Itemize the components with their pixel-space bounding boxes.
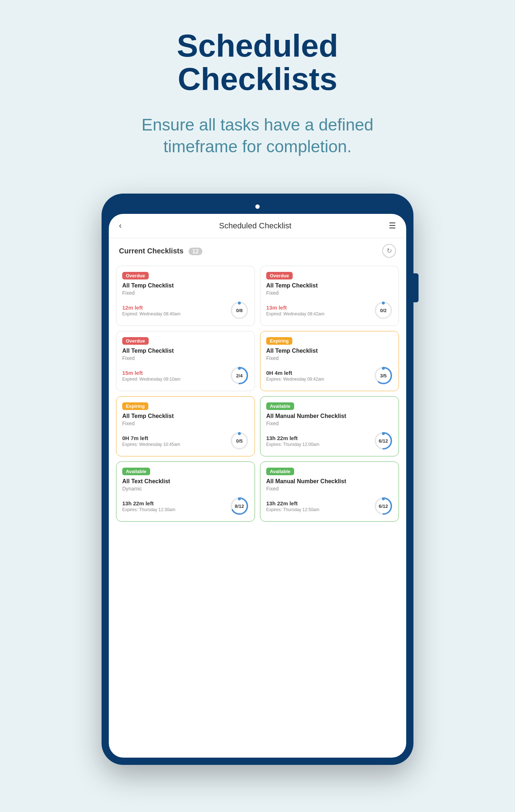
progress-circle: 0/5 <box>230 431 249 450</box>
status-badge: Expiring <box>266 337 292 345</box>
expires-text: Expires: Wednesday 09:42am <box>266 377 324 382</box>
card-title: All Temp Checklist <box>266 282 393 289</box>
progress-text: 0/2 <box>380 308 387 313</box>
card-footer: 0H 7m left Expires: Wednesday 10:45am 0/… <box>122 431 249 450</box>
checklist-card[interactable]: Expiring All Temp Checklist Fixed 0H 4m … <box>260 331 399 391</box>
screen-title: Scheduled Checklist <box>219 221 291 231</box>
expires-text: Expired: Wednesday 08:42am <box>266 311 325 316</box>
phone-mockup: ‹ Scheduled Checklist ☰ Current Checklis… <box>102 194 413 765</box>
card-footer: 13h 22m left Expires: Thursday 12:00am 6… <box>266 431 393 450</box>
back-icon[interactable]: ‹ <box>119 221 121 231</box>
current-checklists-header: Current Checklists 12 ↻ <box>109 238 406 262</box>
expires-text: Expires: Thursday 12:30am <box>122 507 176 512</box>
time-left: 0H 7m left <box>122 435 180 441</box>
card-footer: 12m left Expired: Wednesday 08:40am 0/8 <box>122 301 249 320</box>
checklist-card[interactable]: Overdue All Temp Checklist Fixed 13m lef… <box>260 266 399 326</box>
status-badge: Overdue <box>122 272 149 279</box>
status-badge: Expiring <box>122 402 148 410</box>
expires-text: Expires: Wednesday 10:45am <box>122 442 180 447</box>
status-badge: Available <box>266 402 294 410</box>
card-title: All Temp Checklist <box>122 413 249 419</box>
screen-header: ‹ Scheduled Checklist ☰ <box>109 214 406 238</box>
expires-text: Expires: Thursday 12:00am <box>266 442 320 447</box>
progress-dot <box>238 302 241 304</box>
card-footer: 13h 22m left Expires: Thursday 12:30am 8… <box>122 497 249 515</box>
progress-dot <box>238 497 241 500</box>
phone-notch <box>255 204 260 209</box>
checklist-card[interactable]: Overdue All Temp Checklist Fixed 15m lef… <box>116 331 255 391</box>
progress-text: 6/12 <box>379 438 388 444</box>
progress-dot <box>382 367 385 370</box>
progress-dot <box>382 432 385 435</box>
phone-screen: ‹ Scheduled Checklist ☰ Current Checklis… <box>109 214 406 758</box>
hero-title: Scheduled Checklists <box>109 29 406 96</box>
time-left: 13h 22m left <box>266 500 320 506</box>
progress-text: 3/5 <box>380 373 387 378</box>
progress-circle: 6/12 <box>374 431 393 450</box>
time-left: 13m left <box>266 304 325 311</box>
card-title: All Temp Checklist <box>266 348 393 354</box>
card-type: Fixed <box>122 355 249 361</box>
card-time-info: 13h 22m left Expires: Thursday 12:00am <box>266 435 320 447</box>
hero-section: Scheduled Checklists Ensure all tasks ha… <box>94 0 421 172</box>
time-left: 13h 22m left <box>266 435 320 441</box>
cards-grid: Overdue All Temp Checklist Fixed 12m lef… <box>109 262 406 529</box>
card-footer: 15m left Expired: Wednesday 09:10am 2/4 <box>122 366 249 385</box>
card-type: Dynamic <box>122 486 249 492</box>
card-title: All Temp Checklist <box>122 282 249 289</box>
status-badge: Overdue <box>122 337 149 345</box>
card-type: Fixed <box>266 355 393 361</box>
count-badge: 12 <box>189 248 202 255</box>
card-footer: 13m left Expired: Wednesday 08:42am 0/2 <box>266 301 393 320</box>
card-time-info: 13h 22m left Expires: Thursday 12:30am <box>122 500 176 512</box>
checklist-card[interactable]: Overdue All Temp Checklist Fixed 12m lef… <box>116 266 255 326</box>
hero-subtitle: Ensure all tasks have a defined timefram… <box>109 114 406 158</box>
progress-circle: 8/12 <box>230 497 249 515</box>
expires-text: Expired: Wednesday 09:10am <box>122 377 181 382</box>
card-type: Fixed <box>266 420 393 426</box>
phone-side-button <box>413 273 419 302</box>
progress-circle: 0/2 <box>374 301 393 320</box>
card-footer: 13h 22m left Expires: Thursday 12:50am 6… <box>266 497 393 515</box>
status-badge: Overdue <box>266 272 293 279</box>
progress-circle: 6/12 <box>374 497 393 515</box>
card-time-info: 13h 22m left Expires: Thursday 12:50am <box>266 500 320 512</box>
current-label-group: Current Checklists 12 <box>119 247 202 255</box>
card-type: Fixed <box>122 290 249 296</box>
checklist-card[interactable]: Expiring All Temp Checklist Fixed 0H 7m … <box>116 396 255 456</box>
card-time-info: 12m left Expired: Wednesday 08:40am <box>122 304 181 316</box>
progress-text: 8/12 <box>235 504 244 509</box>
card-time-info: 0H 4m left Expires: Wednesday 09:42am <box>266 370 324 382</box>
progress-text: 2/4 <box>236 373 243 378</box>
status-badge: Available <box>122 468 150 475</box>
progress-circle: 0/8 <box>230 301 249 320</box>
card-type: Fixed <box>266 486 393 492</box>
status-badge: Available <box>266 468 294 475</box>
card-time-info: 15m left Expired: Wednesday 09:10am <box>122 370 181 382</box>
checklist-card[interactable]: Available All Text Checklist Dynamic 13h… <box>116 461 255 522</box>
menu-icon[interactable]: ☰ <box>389 221 396 231</box>
progress-dot <box>382 497 385 500</box>
checklist-card[interactable]: Available All Manual Number Checklist Fi… <box>260 396 399 456</box>
progress-dot <box>382 302 385 304</box>
progress-circle: 3/5 <box>374 366 393 385</box>
progress-text: 6/12 <box>379 504 388 509</box>
expires-text: Expires: Thursday 12:50am <box>266 507 320 512</box>
progress-dot <box>238 367 241 370</box>
progress-text: 0/8 <box>236 308 243 313</box>
card-title: All Manual Number Checklist <box>266 413 393 419</box>
card-time-info: 13m left Expired: Wednesday 08:42am <box>266 304 325 316</box>
card-title: All Manual Number Checklist <box>266 478 393 485</box>
time-left: 0H 4m left <box>266 370 324 376</box>
card-title: All Temp Checklist <box>122 348 249 354</box>
checklist-card[interactable]: Available All Manual Number Checklist Fi… <box>260 461 399 522</box>
progress-dot <box>238 432 241 435</box>
card-type: Fixed <box>122 420 249 426</box>
refresh-button[interactable]: ↻ <box>382 244 396 258</box>
time-left: 15m left <box>122 370 181 376</box>
card-title: All Text Checklist <box>122 478 249 485</box>
progress-circle: 2/4 <box>230 366 249 385</box>
current-label: Current Checklists <box>119 247 184 255</box>
card-type: Fixed <box>266 290 393 296</box>
time-left: 12m left <box>122 304 181 311</box>
